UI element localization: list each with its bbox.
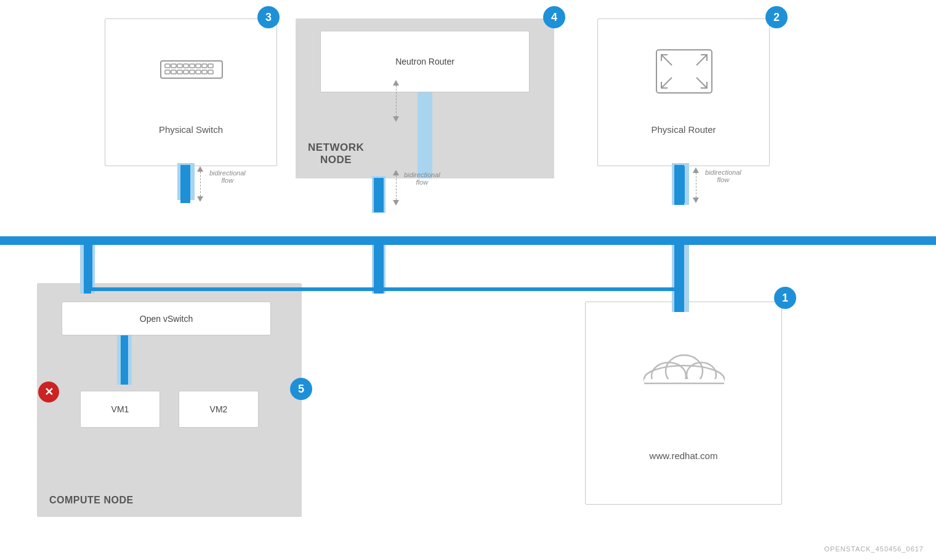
arrow-up-netnode bbox=[393, 170, 399, 175]
x-icon: ✕ bbox=[44, 385, 54, 399]
svg-rect-4 bbox=[184, 64, 188, 68]
svg-rect-8 bbox=[208, 64, 213, 68]
svg-rect-16 bbox=[208, 70, 213, 74]
badge-1: 1 bbox=[774, 287, 796, 309]
switch-icon bbox=[155, 50, 228, 87]
vm1-label: VM1 bbox=[111, 404, 129, 414]
ovs-label: Open vSwitch bbox=[140, 314, 193, 324]
inner-dashed bbox=[396, 86, 397, 116]
dashed-line-netnode bbox=[396, 175, 397, 200]
h-lower-left bbox=[89, 287, 378, 291]
physical-router-box: Physical Router bbox=[597, 18, 770, 166]
netnode-arrow-area bbox=[393, 170, 399, 206]
router-arrow-area bbox=[693, 167, 699, 203]
svg-rect-15 bbox=[202, 70, 207, 74]
physical-switch-box: Physical Switch bbox=[105, 18, 277, 166]
svg-rect-3 bbox=[177, 64, 182, 68]
dashed-line-router bbox=[696, 173, 696, 198]
netnode-inner-arrow bbox=[393, 80, 399, 122]
svg-rect-11 bbox=[177, 70, 182, 74]
watermark: OPENSTACK_450456_0617 bbox=[825, 545, 924, 553]
switch-arrow-area bbox=[197, 166, 203, 202]
compute-vconnector-blue bbox=[121, 335, 128, 385]
vm1-box: VM1 bbox=[80, 391, 160, 428]
corner-right bbox=[677, 244, 680, 291]
physical-switch-label: Physical Switch bbox=[105, 124, 276, 135]
neutron-router-label: Neutron Router bbox=[395, 57, 454, 66]
badge-4: 4 bbox=[543, 6, 565, 28]
arrow-up-switch bbox=[197, 166, 203, 172]
switch-vconnector-top bbox=[180, 165, 190, 203]
network-node-vconnector bbox=[418, 92, 432, 178]
physical-router-label: Physical Router bbox=[598, 124, 769, 135]
redhat-box: www.redhat.com bbox=[585, 302, 782, 505]
vm2-box: VM2 bbox=[179, 391, 259, 428]
svg-rect-6 bbox=[196, 64, 201, 68]
svg-rect-5 bbox=[190, 64, 195, 68]
svg-rect-1 bbox=[165, 64, 170, 68]
arrow-up-router bbox=[693, 167, 699, 173]
svg-rect-17 bbox=[656, 50, 712, 93]
badge-2: 2 bbox=[765, 6, 788, 28]
svg-rect-26 bbox=[644, 379, 724, 394]
redhat-label: www.redhat.com bbox=[586, 450, 781, 461]
svg-line-20 bbox=[661, 78, 672, 88]
arrow-down-switch bbox=[197, 196, 203, 202]
dashed-line-switch bbox=[200, 172, 201, 196]
svg-rect-2 bbox=[171, 64, 176, 68]
svg-rect-14 bbox=[196, 70, 201, 74]
network-node-outer: Neutron Router NETWORKNODE bbox=[296, 18, 554, 178]
h-lower-right bbox=[379, 287, 680, 291]
cloud-icon bbox=[635, 345, 733, 394]
netnode-vconnector-top bbox=[374, 178, 384, 212]
switch-arrow-label: bidirectionalflow bbox=[209, 169, 246, 184]
svg-rect-7 bbox=[202, 64, 207, 68]
h-line-blue bbox=[0, 239, 936, 242]
error-badge: ✕ bbox=[38, 382, 59, 402]
svg-rect-12 bbox=[184, 70, 188, 74]
svg-line-21 bbox=[696, 78, 707, 88]
neutron-router-box: Neutron Router bbox=[320, 31, 530, 92]
netnode-down-blue bbox=[374, 244, 384, 294]
svg-rect-10 bbox=[171, 70, 176, 74]
network-node-label: NETWORKNODE bbox=[308, 142, 364, 166]
compute-node-outer: Open vSwitch VM1 VM2 COMPUTE NODE bbox=[37, 283, 302, 517]
inner-arrow-up bbox=[393, 80, 399, 86]
corner-left bbox=[89, 244, 92, 291]
inner-arrow-down bbox=[393, 116, 399, 122]
badge-5: 5 bbox=[290, 378, 312, 400]
router-vconnector-top bbox=[674, 165, 684, 205]
netnode-arrow-label: bidirectionalflow bbox=[404, 171, 440, 186]
svg-line-19 bbox=[696, 55, 707, 65]
arrow-down-router bbox=[693, 198, 699, 203]
svg-rect-13 bbox=[190, 70, 195, 74]
router-icon bbox=[641, 44, 727, 99]
diagram-container: Physical Switch 3 Neutron Router NETWORK… bbox=[0, 0, 936, 560]
svg-rect-9 bbox=[165, 70, 170, 74]
open-vswitch-box: Open vSwitch bbox=[62, 302, 271, 335]
router-arrow-label: bidirectionalflow bbox=[705, 169, 741, 183]
badge-3: 3 bbox=[257, 6, 280, 28]
vm2-label: VM2 bbox=[210, 404, 228, 414]
svg-line-18 bbox=[661, 55, 672, 65]
svg-rect-0 bbox=[161, 61, 222, 78]
compute-node-label: COMPUTE NODE bbox=[49, 495, 134, 506]
arrow-down-netnode bbox=[393, 200, 399, 206]
